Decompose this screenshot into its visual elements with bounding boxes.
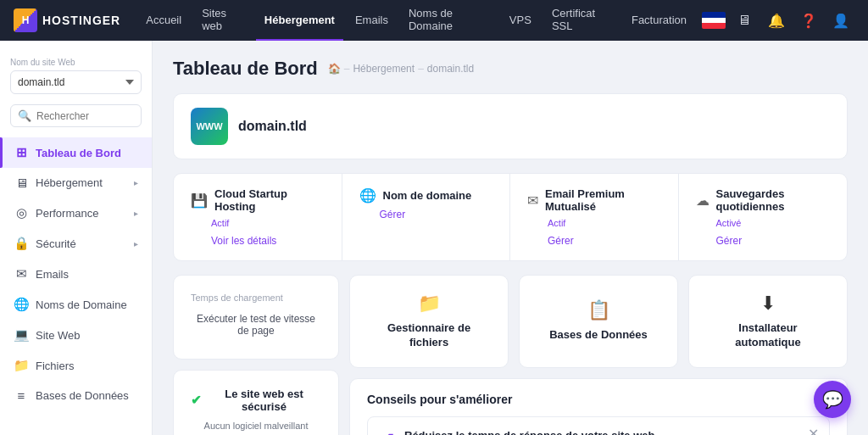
hosting-card-status: Actif <box>191 218 325 228</box>
sidebar-item-bases-de-donnees[interactable]: ≡ Bases de Données <box>0 381 152 410</box>
www-text: WWW <box>196 121 222 131</box>
nav-emails[interactable]: Emails <box>347 0 397 41</box>
page-title-row: Tableau de Bord 🏠 – Hébergement – domain… <box>173 58 848 80</box>
sidebar-item-emails[interactable]: ✉ Emails <box>0 259 152 289</box>
performance-card[interactable]: Temps de chargement Exécuter le test de … <box>173 275 339 360</box>
nav-accueil[interactable]: Accueil <box>137 0 190 41</box>
info-cell-domain: 🌐 Nom de domaine Gérer <box>342 174 511 260</box>
search-input[interactable] <box>36 110 134 122</box>
website-icon: 💻 <box>14 327 29 343</box>
nav-sites-web[interactable]: Sites web <box>193 0 253 41</box>
domain-name: domain.tld <box>238 119 307 134</box>
breadcrumb: 🏠 – Hébergement – domain.tld <box>328 63 474 75</box>
breadcrumb-domain: domain.tld <box>427 63 474 75</box>
sidebar-item-tableau-de-bord[interactable]: ⊞ Tableau de Bord <box>0 137 152 168</box>
nav-certificat-ssl[interactable]: Certificat SSL <box>543 0 620 41</box>
brand-logo[interactable]: H HOSTINGER <box>14 8 120 32</box>
sidebar-item-label: Noms de Domaine <box>36 298 127 311</box>
perf-time-label: Temps de chargement <box>191 293 283 303</box>
info-cell-backup: ☁ Sauvegardes quotidiennes Activé Gérer <box>679 174 848 260</box>
databases-card[interactable]: 📋 Bases de Données <box>519 275 678 368</box>
installer-label: Installateur automatique <box>706 321 830 350</box>
sidebar: Nom du site Web domain.tld 🔍 ⊞ Tableau d… <box>0 41 153 435</box>
info-cell-domain-header: 🌐 Nom de domaine <box>359 187 493 204</box>
email-icon: ✉ <box>14 266 29 282</box>
email-card-link[interactable]: Gérer <box>527 235 661 247</box>
installer-icon: ⬇ <box>760 293 776 315</box>
chat-button[interactable]: 💬 <box>814 381 851 418</box>
sidebar-item-label: Fichiers <box>36 360 75 372</box>
domain-card-icon: 🌐 <box>359 187 376 204</box>
chevron-right-icon: ▸ <box>134 239 138 248</box>
site-selector: Nom du site Web domain.tld <box>0 51 152 104</box>
info-grid: 💾 Cloud Startup Hosting Actif Voir les d… <box>173 173 848 261</box>
info-cell-backup-header: ☁ Sauvegardes quotidiennes <box>696 187 831 213</box>
search-input-wrap: 🔍 <box>10 104 142 127</box>
hosting-card-link[interactable]: Voir les détails <box>191 235 325 247</box>
backup-card-title: Sauvegardes quotidiennes <box>716 187 831 213</box>
info-cell-email: ✉ Email Premium Mutualisé Actif Gérer <box>510 174 679 260</box>
perf-description: Exécuter le test de vitesse de page <box>191 313 321 337</box>
email-card-title: Email Premium Mutualisé <box>545 187 661 213</box>
hosting-card-icon: 💾 <box>191 192 208 209</box>
main-layout: Nom du site Web domain.tld 🔍 ⊞ Tableau d… <box>0 41 868 435</box>
sidebar-item-label: Performance <box>36 207 98 220</box>
notifications-icon[interactable]: 🔔 <box>763 7 790 34</box>
brand-name: HOSTINGER <box>42 14 120 27</box>
secure-description: Aucun logiciel malveillant trouvé <box>191 420 321 435</box>
sidebar-item-label: Hébergement <box>36 176 103 189</box>
store-icon[interactable]: 🖥 <box>731 7 758 34</box>
sidebar-item-hebergement[interactable]: 🖥 Hébergement ▸ <box>0 168 152 198</box>
backup-card-link[interactable]: Gérer <box>696 235 831 247</box>
sidebar-item-label: Site Web <box>36 329 81 342</box>
files-icon: 📁 <box>14 358 29 373</box>
domain-card: WWW domain.tld <box>173 93 848 159</box>
performance-icon: ◎ <box>14 205 29 220</box>
email-card-icon: ✉ <box>527 192 538 209</box>
sidebar-item-securite[interactable]: 🔒 Sécurité ▸ <box>0 228 152 259</box>
databases-label: Bases de Données <box>549 328 648 343</box>
info-cell-hosting-header: 💾 Cloud Startup Hosting <box>191 187 325 213</box>
nav-hebergement[interactable]: Hébergement <box>256 0 343 41</box>
tip-title: Réduisez le temps de réponse de votre si… <box>404 429 815 435</box>
domain-logo: WWW <box>191 108 228 145</box>
user-icon[interactable]: 👤 <box>827 7 854 34</box>
domain-card-title: Nom de domaine <box>383 189 472 202</box>
site-selector-dropdown[interactable]: domain.tld <box>10 70 142 94</box>
right-column: 📁 Gestionnaire de fichiers 📋 Bases de Do… <box>349 275 848 435</box>
site-selector-label: Nom du site Web <box>10 58 142 67</box>
checkmark-icon: ✔ <box>191 393 202 408</box>
secure-title-text: Le site web est sécurisé <box>207 388 321 413</box>
security-card[interactable]: ✔ Le site web est sécurisé Aucun logicie… <box>173 370 339 435</box>
chat-icon: 💬 <box>822 389 843 410</box>
sidebar-item-noms-de-domaine[interactable]: 🌐 Noms de Domaine <box>0 289 152 320</box>
domain-card-link[interactable]: Gérer <box>359 209 493 220</box>
sidebar-item-fichiers[interactable]: 📁 Fichiers <box>0 350 152 381</box>
tips-title: Conseils pour s'améliorer <box>367 393 830 406</box>
sidebar-item-label: Sécurité <box>36 237 76 250</box>
bottom-grid: Temps de chargement Exécuter le test de … <box>173 275 848 435</box>
tips-section: Conseils pour s'améliorer ↺ Réduisez le … <box>349 378 848 435</box>
sidebar-item-performance[interactable]: ◎ Performance ▸ <box>0 198 152 228</box>
file-manager-card[interactable]: 📁 Gestionnaire de fichiers <box>349 275 509 368</box>
hosting-card-title: Cloud Startup Hosting <box>214 187 325 213</box>
nav-facturation[interactable]: Facturation <box>623 0 695 41</box>
hosting-icon: 🖥 <box>14 176 29 190</box>
breadcrumb-hebergement[interactable]: Hébergement <box>353 63 415 75</box>
dashboard-icon: ⊞ <box>14 145 29 160</box>
help-icon[interactable]: ❓ <box>795 7 822 34</box>
sidebar-item-label: Tableau de Bord <box>36 147 121 159</box>
domain-icon: 🌐 <box>14 297 29 312</box>
page-header: Tableau de Bord 🏠 – Hébergement – domain… <box>173 58 848 80</box>
tip-card: ↺ Réduisez le temps de réponse de votre … <box>367 416 830 435</box>
info-cell-email-header: ✉ Email Premium Mutualisé <box>527 187 661 213</box>
sidebar-item-site-web[interactable]: 💻 Site Web <box>0 320 152 350</box>
nav-vps[interactable]: VPS <box>501 0 540 41</box>
language-flag[interactable] <box>702 12 726 29</box>
close-tip-icon[interactable]: ✕ <box>808 426 819 435</box>
nav-noms-de-domaine[interactable]: Noms de Domaine <box>400 0 498 41</box>
installer-card[interactable]: ⬇ Installateur automatique <box>688 275 848 368</box>
tip-content: Réduisez le temps de réponse de votre si… <box>404 429 815 435</box>
tip-icon: ↺ <box>381 430 394 435</box>
file-manager-label: Gestionnaire de fichiers <box>367 321 491 350</box>
